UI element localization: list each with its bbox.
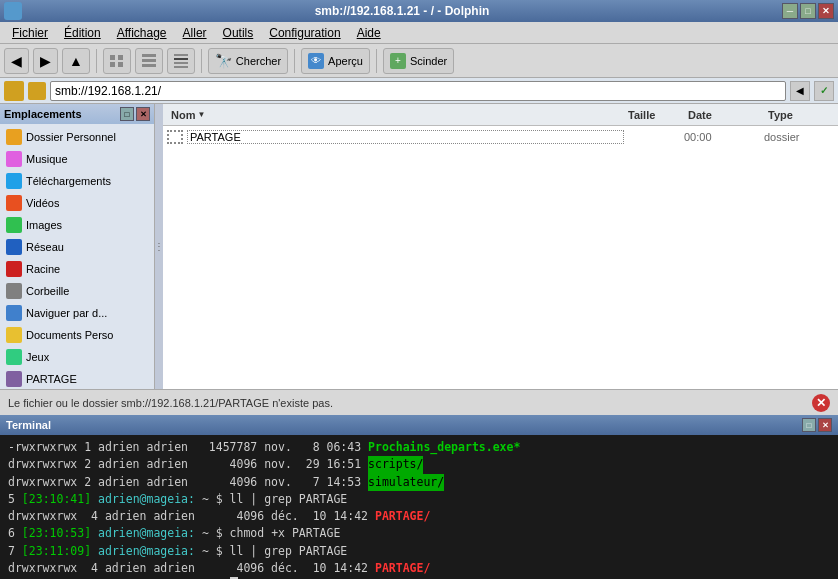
terminal-controls: □ ✕ — [802, 418, 832, 432]
file-type-partage: dossier — [764, 131, 834, 143]
sidebar-label-musique: Musique — [26, 153, 68, 165]
file-column-headers: Nom ▼ Taille Date Type — [163, 104, 838, 126]
network-icon — [6, 239, 22, 255]
terminal-line-8: drwxrwxrwx 4 adrien adrien 4096 déc. 10 … — [8, 560, 830, 577]
size-column-header[interactable]: Taille — [624, 109, 684, 121]
sidebar-undock-btn[interactable]: □ — [120, 107, 134, 121]
addressbar: ◀ ✓ — [0, 78, 838, 104]
icon-view-button[interactable] — [103, 48, 131, 74]
sidebar-item-telechargements[interactable]: Téléchargements — [0, 170, 154, 192]
trash-icon — [6, 283, 22, 299]
list-view-button[interactable] — [135, 48, 163, 74]
menu-aller[interactable]: Aller — [175, 24, 215, 42]
sidebar-header: Emplacements □ ✕ — [0, 104, 154, 124]
sidebar-item-dossier-personnel[interactable]: Dossier Personnel — [0, 126, 154, 148]
minimize-button[interactable]: ─ — [782, 3, 798, 19]
sidebar-label-videos: Vidéos — [26, 197, 59, 209]
address-input[interactable] — [50, 81, 786, 101]
sidebar-label-telechargements: Téléchargements — [26, 175, 111, 187]
sidebar-item-reseau[interactable]: Réseau — [0, 236, 154, 258]
downloads-icon — [6, 173, 22, 189]
sidebar-item-documents[interactable]: Documents Perso — [0, 324, 154, 346]
separator-1 — [96, 49, 97, 73]
titlebar-title: smb://192.168.1.21 - / - Dolphin — [315, 4, 490, 18]
binoculars-icon: 🔭 — [215, 53, 232, 69]
titlebar: smb://192.168.1.21 - / - Dolphin ─ □ ✕ — [0, 0, 838, 22]
sidebar-label-images: Images — [26, 219, 62, 231]
apercu-icon: 👁 — [308, 53, 324, 69]
nav-icon — [6, 305, 22, 321]
sidebar-label-corbeille: Corbeille — [26, 285, 69, 297]
date-column-header[interactable]: Date — [684, 109, 764, 121]
sidebar-label-reseau: Réseau — [26, 241, 64, 253]
menubar: Fichier Édition Affichage Aller Outils C… — [0, 22, 838, 44]
terminal-titlebar: Terminal □ ✕ — [0, 415, 838, 435]
menu-configuration[interactable]: Configuration — [261, 24, 348, 42]
menu-fichier[interactable]: Fichier — [4, 24, 56, 42]
separator-2 — [201, 49, 202, 73]
terminal-undock-btn[interactable]: □ — [802, 418, 816, 432]
sidebar-item-naviguer[interactable]: Naviguer par d... — [0, 302, 154, 324]
sidebar-controls: □ ✕ — [120, 107, 150, 121]
sidebar: Emplacements □ ✕ Dossier Personnel Musiq… — [0, 104, 155, 389]
apercu-label: Aperçu — [328, 55, 363, 67]
address-ok-btn[interactable]: ✓ — [814, 81, 834, 101]
sidebar-label-documents: Documents Perso — [26, 329, 113, 341]
sidebar-label-naviguer: Naviguer par d... — [26, 307, 107, 319]
up-button[interactable]: ▲ — [62, 48, 90, 74]
detail-view-icon — [174, 54, 188, 68]
docs-icon — [6, 327, 22, 343]
chercher-label: Chercher — [236, 55, 281, 67]
sidebar-item-racine[interactable]: Racine — [0, 258, 154, 280]
videos-icon — [6, 195, 22, 211]
menu-outils[interactable]: Outils — [215, 24, 262, 42]
sort-arrow: ▼ — [197, 110, 205, 119]
name-column-header[interactable]: Nom ▼ — [167, 109, 624, 121]
forward-button[interactable]: ▶ — [33, 48, 58, 74]
sidebar-item-partage[interactable]: PARTAGE — [0, 368, 154, 389]
folder-nav-icon — [4, 81, 24, 101]
file-date-partage: 00:00 — [684, 131, 764, 143]
back-button[interactable]: ◀ — [4, 48, 29, 74]
sidebar-close-btn[interactable]: ✕ — [136, 107, 150, 121]
menu-aide[interactable]: Aide — [349, 24, 389, 42]
sidebar-item-videos[interactable]: Vidéos — [0, 192, 154, 214]
root-icon — [6, 261, 22, 277]
menu-edition[interactable]: Édition — [56, 24, 109, 42]
titlebar-icon — [4, 2, 22, 20]
separator-4 — [376, 49, 377, 73]
scinder-label: Scinder — [410, 55, 447, 67]
sidebar-resize-handle[interactable] — [155, 104, 163, 389]
status-message: Le fichier ou le dossier smb://192.168.1… — [8, 397, 333, 409]
sidebar-title: Emplacements — [4, 108, 82, 120]
maximize-button[interactable]: □ — [800, 3, 816, 19]
menu-affichage[interactable]: Affichage — [109, 24, 175, 42]
separator-3 — [294, 49, 295, 73]
sidebar-item-corbeille[interactable]: Corbeille — [0, 280, 154, 302]
address-bar-icon — [28, 82, 46, 100]
sidebar-item-jeux[interactable]: Jeux — [0, 346, 154, 368]
sidebar-items-list: Dossier Personnel Musique Téléchargement… — [0, 124, 154, 389]
detail-view-button[interactable] — [167, 48, 195, 74]
sidebar-item-images[interactable]: Images — [0, 214, 154, 236]
close-button[interactable]: ✕ — [818, 3, 834, 19]
sidebar-item-musique[interactable]: Musique — [0, 148, 154, 170]
sidebar-label-partage: PARTAGE — [26, 373, 77, 385]
sidebar-label-dossier-personnel: Dossier Personnel — [26, 131, 116, 143]
terminal-container: Terminal □ ✕ -rwxrwxrwx 1 adrien adrien … — [0, 415, 838, 579]
sidebar-label-racine: Racine — [26, 263, 60, 275]
address-back-btn[interactable]: ◀ — [790, 81, 810, 101]
home-icon — [6, 129, 22, 145]
terminal-close-btn[interactable]: ✕ — [818, 418, 832, 432]
file-name-partage: PARTAGE — [187, 130, 624, 144]
folder-smb-icon — [167, 130, 183, 144]
scinder-button[interactable]: + Scinder — [383, 48, 454, 74]
type-column-header[interactable]: Type — [764, 109, 834, 121]
terminal-content[interactable]: -rwxrwxrwx 1 adrien adrien 1457787 nov. … — [0, 435, 838, 579]
chercher-button[interactable]: 🔭 Chercher — [208, 48, 288, 74]
games-icon — [6, 349, 22, 365]
icon-view-icon — [110, 55, 124, 67]
file-row-partage[interactable]: PARTAGE 00:00 dossier — [163, 126, 838, 148]
apercu-button[interactable]: 👁 Aperçu — [301, 48, 370, 74]
window-controls: ─ □ ✕ — [782, 3, 834, 19]
